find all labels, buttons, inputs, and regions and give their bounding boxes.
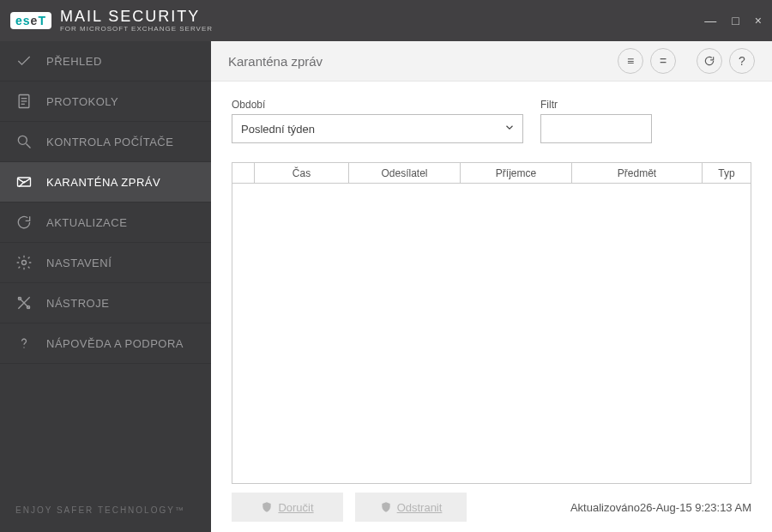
sidebar-item-label: PROTOKOLY (46, 95, 118, 108)
brand-badge-right: T (38, 14, 46, 27)
svg-point-4 (18, 136, 27, 144)
sidebar-item-label: KARANTÉNA ZPRÁV (46, 176, 160, 189)
main-panel: Karanténa zpráv ≡ = ? (211, 41, 772, 532)
page-header: Karanténa zpráv ≡ = ? (211, 41, 772, 82)
sidebar-item-quarantine[interactable]: KARANTÉNA ZPRÁV (0, 162, 211, 203)
table-col-recipient[interactable]: Příjemce (461, 163, 572, 183)
messages-table: Čas Odesílatel Příjemce Předmět Typ (232, 162, 751, 484)
window-close-button[interactable]: × (755, 14, 762, 27)
updated-text: Aktualizováno26-Aug-15 9:23:13 AM (570, 501, 751, 514)
brand-footer: ENJOY SAFER TECHNOLOGY™ (0, 505, 211, 532)
menu-icon: ≡ (627, 54, 634, 68)
sidebar-nav: PŘEHLED PROTOKOLY KONTROLA POČÍTAČE (0, 41, 211, 364)
filter-field: Filtr (540, 99, 652, 143)
chevron-down-icon (504, 122, 516, 136)
menu-button[interactable]: ≡ (618, 48, 643, 74)
tools-icon (15, 294, 33, 311)
updated-value: 26-Aug-15 9:23:13 AM (640, 501, 751, 514)
header-actions: ≡ = ? (618, 48, 755, 74)
svg-line-5 (27, 144, 31, 148)
equal-icon: = (660, 54, 666, 68)
table-col-time[interactable]: Čas (255, 163, 349, 183)
sidebar: PŘEHLED PROTOKOLY KONTROLA POČÍTAČE (0, 41, 211, 532)
product-title: MAIL SECURITY (60, 9, 213, 24)
svg-point-13 (23, 347, 24, 348)
body: PŘEHLED PROTOKOLY KONTROLA POČÍTAČE (0, 41, 772, 532)
mail-quarantine-icon (15, 173, 33, 190)
help-icon (15, 335, 33, 352)
filter-row: Období Poslední týden Filtr (232, 99, 751, 143)
gear-icon (15, 254, 33, 271)
status-row: Doručit Odstranit Aktualizováno26-Aug-15… (232, 493, 751, 522)
refresh-button[interactable] (697, 48, 722, 74)
window-controls: — □ × (704, 14, 762, 27)
table-col-sender[interactable]: Odesílatel (349, 163, 461, 183)
content: Období Poslední týden Filtr (211, 82, 772, 532)
sidebar-item-help[interactable]: NÁPOVĚDA A PODPORA (0, 323, 211, 364)
deliver-button-label: Doručit (278, 501, 313, 514)
brand-badge: eseT (10, 12, 51, 29)
page-title: Karanténa zpráv (228, 54, 323, 69)
period-select-value: Poslední týden (241, 123, 315, 136)
window-maximize-button[interactable]: □ (732, 14, 739, 27)
help-button[interactable]: ? (729, 48, 755, 74)
sidebar-item-label: AKTUALIZACE (46, 216, 127, 229)
check-icon (15, 52, 33, 70)
sidebar-item-scan[interactable]: KONTROLA POČÍTAČE (0, 122, 211, 162)
table-body (232, 184, 751, 483)
sidebar-item-label: NASTAVENÍ (46, 257, 112, 269)
spacer (683, 48, 690, 74)
sidebar-item-label: KONTROLA POČÍTAČE (46, 136, 173, 148)
updated-label: Aktualizováno (570, 501, 640, 514)
window-minimize-button[interactable]: — (704, 14, 716, 27)
svg-point-8 (22, 261, 27, 265)
shield-icon (261, 501, 273, 513)
table-col-type[interactable]: Typ (703, 163, 751, 183)
shield-icon (380, 501, 392, 513)
refresh-icon (703, 55, 715, 67)
table-col-subject[interactable]: Předmět (572, 163, 703, 183)
delete-button[interactable]: Odstranit (355, 493, 467, 522)
sidebar-item-label: NÁSTROJE (46, 297, 109, 310)
equal-button[interactable]: = (650, 48, 676, 74)
table-header: Čas Odesílatel Příjemce Předmět Typ (232, 163, 751, 184)
document-icon (15, 93, 33, 110)
search-icon (15, 133, 33, 150)
sidebar-item-tools[interactable]: NÁSTROJE (0, 283, 211, 323)
period-field: Období Poslední týden (232, 99, 523, 143)
sidebar-item-update[interactable]: AKTUALIZACE (0, 203, 211, 243)
table-col-check[interactable] (232, 163, 255, 183)
period-select[interactable]: Poslední týden (232, 114, 523, 143)
product-subtitle: FOR MICROSOFT EXCHANGE SERVER (60, 26, 213, 33)
sidebar-item-logs[interactable]: PROTOKOLY (0, 82, 211, 122)
product-name: MAIL SECURITY FOR MICROSOFT EXCHANGE SER… (60, 9, 213, 33)
delete-button-label: Odstranit (397, 501, 443, 514)
app-window: eseT MAIL SECURITY FOR MICROSOFT EXCHANG… (0, 0, 772, 532)
question-icon: ? (739, 54, 745, 68)
deliver-button[interactable]: Doručit (232, 493, 343, 522)
filter-label: Filtr (540, 99, 652, 111)
title-bar: eseT MAIL SECURITY FOR MICROSOFT EXCHANG… (0, 0, 772, 41)
sidebar-item-settings[interactable]: NASTAVENÍ (0, 243, 211, 283)
brand-badge-left: es (15, 14, 31, 27)
filter-input[interactable] (540, 114, 652, 143)
sidebar-item-overview[interactable]: PŘEHLED (0, 41, 211, 82)
sidebar-item-label: PŘEHLED (46, 55, 102, 68)
sidebar-item-label: NÁPOVĚDA A PODPORA (46, 337, 184, 350)
update-icon (15, 214, 33, 231)
period-label: Období (232, 99, 523, 111)
